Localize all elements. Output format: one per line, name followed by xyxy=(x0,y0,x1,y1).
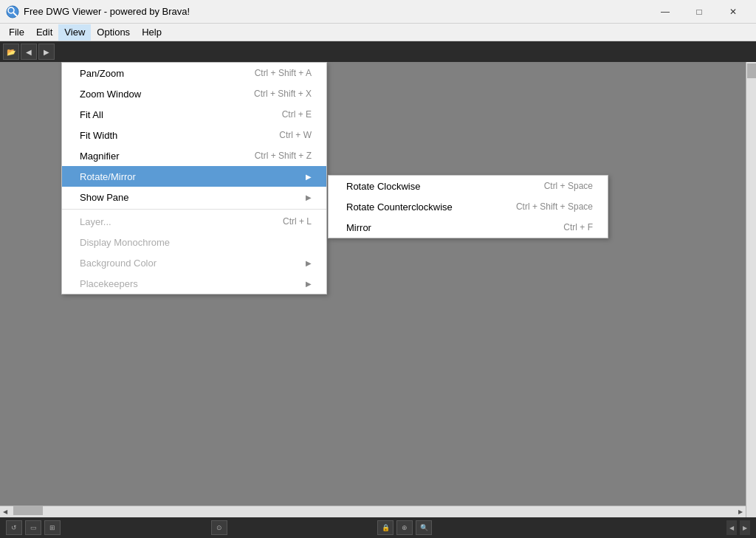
menu-zoomwindow-shortcut: Ctrl + Shift + X xyxy=(254,89,312,99)
toolbar: 📂 ◀ ▶ xyxy=(0,41,756,62)
status-btn-2[interactable]: ▭ xyxy=(25,520,41,535)
content-wrapper: Pan/Zoom Ctrl + Shift + A Zoom Window Ct… xyxy=(0,62,756,517)
title-bar-left: Free DWG Viewer - powered by Brava! xyxy=(6,5,190,18)
main-canvas: Pan/Zoom Ctrl + Shift + A Zoom Window Ct… xyxy=(0,62,756,517)
menu-fitall-shortcut: Ctrl + E xyxy=(282,109,312,120)
menu-layer-label: Layer... xyxy=(80,216,111,227)
menu-rotatemirror[interactable]: Rotate/Mirror ▶ xyxy=(62,166,326,187)
title-text: Free DWG Viewer - powered by Brava! xyxy=(24,6,190,17)
maximize-button[interactable]: □ xyxy=(682,0,716,24)
menu-magnifier[interactable]: Magnifier Ctrl + Shift + Z xyxy=(62,145,326,166)
scroll-right-arrow-icon[interactable]: ▶ xyxy=(735,506,746,518)
placekeepers-arrow-icon: ▶ xyxy=(306,280,312,288)
title-bar-controls: — □ ✕ xyxy=(648,0,750,24)
view-dropdown: Pan/Zoom Ctrl + Shift + A Zoom Window Ct… xyxy=(61,62,327,294)
menu-panzoom-label: Pan/Zoom xyxy=(80,68,124,79)
status-arrow-right-icon[interactable]: ▶ xyxy=(740,520,750,535)
menu-bgcolor[interactable]: Background Color ▶ xyxy=(62,252,326,273)
status-btn-target[interactable]: ⊙ xyxy=(211,520,227,535)
status-btn-1[interactable]: ↺ xyxy=(6,520,22,535)
menu-help[interactable]: Help xyxy=(136,24,168,41)
menu-showpane-label: Show Pane xyxy=(80,192,129,203)
menu-fitall[interactable]: Fit All Ctrl + E xyxy=(62,104,326,125)
toolbar-next-icon[interactable]: ▶ xyxy=(38,44,55,60)
app-window: Free DWG Viewer - powered by Brava! — □ … xyxy=(0,0,756,538)
menu-displaymono[interactable]: Display Monochrome xyxy=(62,232,326,252)
title-bar: Free DWG Viewer - powered by Brava! — □ … xyxy=(0,0,756,24)
menu-view[interactable]: View xyxy=(58,24,91,41)
bgcolor-arrow-icon: ▶ xyxy=(306,259,312,267)
menu-zoomwindow[interactable]: Zoom Window Ctrl + Shift + X xyxy=(62,83,326,104)
toolbar-prev-icon[interactable]: ◀ xyxy=(21,44,37,60)
rotatemirror-submenu: Rotate Clockwise Ctrl + Space Rotate Cou… xyxy=(328,175,608,238)
menu-rotatecw-shortcut: Ctrl + Space xyxy=(544,181,593,191)
scrollbar-bottom[interactable]: ◀ ▶ xyxy=(0,506,746,517)
menu-rotatemirror-label: Rotate/Mirror xyxy=(80,171,136,182)
menu-zoomwindow-label: Zoom Window xyxy=(80,89,141,100)
menu-placekeepers-label: Placekeepers xyxy=(80,278,138,289)
status-btn-6[interactable]: 🔍 xyxy=(416,520,432,535)
menu-layer[interactable]: Layer... Ctrl + L xyxy=(62,211,326,232)
menu-rotatecw-label: Rotate Clockwise xyxy=(346,181,420,192)
status-btn-3[interactable]: ⊞ xyxy=(44,520,61,535)
menu-placekeepers[interactable]: Placekeepers ▶ xyxy=(62,273,326,294)
menu-displaymono-label: Display Monochrome xyxy=(80,237,170,248)
minimize-button[interactable]: — xyxy=(648,0,682,24)
scrollbar-h-track[interactable] xyxy=(10,506,735,518)
showpane-arrow-icon: ▶ xyxy=(306,193,312,201)
menu-bgcolor-label: Background Color xyxy=(80,258,157,269)
menu-rotateccw-label: Rotate Counterclockwise xyxy=(346,201,453,213)
status-btn-5[interactable]: ⊕ xyxy=(396,520,413,535)
menu-rotatecw[interactable]: Rotate Clockwise Ctrl + Space xyxy=(329,176,608,196)
menu-file[interactable]: File xyxy=(3,24,30,41)
rotatemirror-arrow-icon: ▶ xyxy=(306,173,312,181)
menu-fitwidth[interactable]: Fit Width Ctrl + W xyxy=(62,125,326,145)
scrollbar-thumb-right[interactable] xyxy=(747,63,756,78)
scroll-left-arrow-icon[interactable]: ◀ xyxy=(0,506,10,518)
menu-fitwidth-shortcut: Ctrl + W xyxy=(279,130,312,140)
menu-panzoom-shortcut: Ctrl + Shift + A xyxy=(255,68,312,78)
separator-1 xyxy=(62,209,326,210)
menu-fitwidth-label: Fit Width xyxy=(80,130,117,141)
menu-rotateccw-shortcut: Ctrl + Shift + Space xyxy=(516,201,593,212)
toolbar-folder-icon[interactable]: 📂 xyxy=(3,44,19,60)
status-bar: ↺ ▭ ⊞ ⊙ 🔒 ⊕ 🔍 ◀ ▶ xyxy=(0,517,756,538)
menu-fitall-label: Fit All xyxy=(80,109,103,120)
menu-mirror-label: Mirror xyxy=(346,222,371,233)
menu-magnifier-label: Magnifier xyxy=(80,151,119,162)
scrollbar-h-thumb[interactable] xyxy=(13,506,43,515)
menu-mirror-shortcut: Ctrl + F xyxy=(563,222,593,232)
status-arrow-left-icon[interactable]: ◀ xyxy=(726,520,737,535)
menu-options[interactable]: Options xyxy=(91,24,136,41)
menu-bar: File Edit View Options Help xyxy=(0,24,756,41)
app-icon xyxy=(6,5,19,18)
menu-mirror[interactable]: Mirror Ctrl + F xyxy=(329,217,608,238)
menu-rotateccw[interactable]: Rotate Counterclockwise Ctrl + Shift + S… xyxy=(329,196,608,217)
menu-panzoom[interactable]: Pan/Zoom Ctrl + Shift + A xyxy=(62,63,326,83)
menu-showpane[interactable]: Show Pane ▶ xyxy=(62,187,326,207)
status-btn-4[interactable]: 🔒 xyxy=(377,520,394,535)
scrollbar-right[interactable] xyxy=(746,62,756,517)
menu-edit[interactable]: Edit xyxy=(30,24,58,41)
menu-magnifier-shortcut: Ctrl + Shift + Z xyxy=(255,151,312,161)
menu-layer-shortcut: Ctrl + L xyxy=(283,216,312,227)
close-button[interactable]: ✕ xyxy=(716,0,750,24)
